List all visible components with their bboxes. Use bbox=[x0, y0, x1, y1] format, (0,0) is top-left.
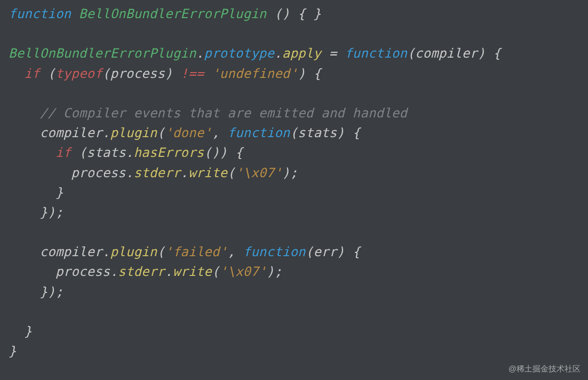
id-stats: stats bbox=[87, 145, 126, 160]
param-stats: stats bbox=[298, 125, 337, 140]
keyword-function: function bbox=[227, 125, 290, 140]
fn-name: BellOnBundlerErrorPlugin bbox=[79, 6, 267, 21]
prototype: prototype bbox=[204, 46, 274, 61]
comment: // Compiler events that are emitted and … bbox=[40, 106, 408, 121]
str-bell: '\x07' bbox=[220, 264, 267, 279]
id-process: process bbox=[71, 165, 126, 180]
prop-stderr: stderr bbox=[133, 165, 180, 180]
apply-prop: apply bbox=[282, 46, 321, 61]
keyword-function: function bbox=[345, 46, 407, 61]
id-process: process bbox=[55, 264, 110, 279]
str-bell: '\x07' bbox=[235, 165, 282, 180]
keyword-function: function bbox=[9, 6, 71, 21]
op-neq: !== bbox=[180, 66, 204, 81]
keyword-if: if bbox=[55, 145, 71, 160]
id-compiler: compiler bbox=[40, 244, 102, 259]
method-write: write bbox=[173, 264, 212, 279]
method-write: write bbox=[188, 165, 227, 180]
str-done: 'done' bbox=[165, 125, 212, 140]
id-process: process bbox=[110, 66, 165, 81]
class-ref: BellOnBundlerErrorPlugin bbox=[9, 46, 196, 61]
method-hasErrors: hasErrors bbox=[133, 145, 204, 160]
param-err: err bbox=[313, 244, 337, 259]
method-plugin: plugin bbox=[110, 244, 157, 259]
watermark: @稀土掘金技术社区 bbox=[508, 362, 581, 375]
prop-stderr: stderr bbox=[118, 264, 165, 279]
keyword-function: function bbox=[243, 244, 306, 259]
method-plugin: plugin bbox=[110, 125, 157, 140]
keyword-if: if bbox=[24, 66, 39, 81]
str-failed: 'failed' bbox=[165, 244, 227, 259]
keyword-typeof: typeof bbox=[55, 66, 102, 81]
param-compiler: compiler bbox=[415, 46, 478, 61]
str-undefined: 'undefined' bbox=[212, 66, 298, 81]
id-compiler: compiler bbox=[40, 125, 102, 140]
code-block: function BellOnBundlerErrorPlugin () { }… bbox=[0, 0, 588, 380]
